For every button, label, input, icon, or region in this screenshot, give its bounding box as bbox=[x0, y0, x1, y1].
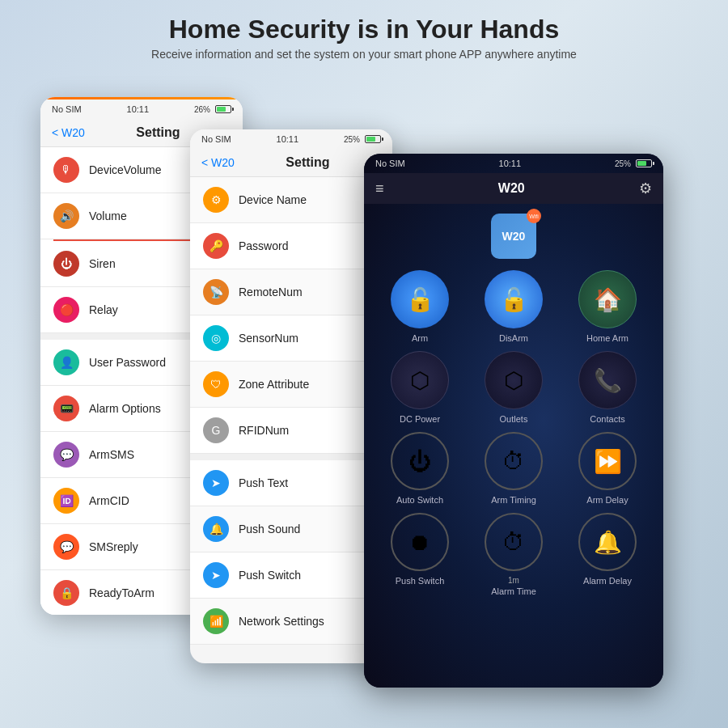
setting-label: Volume bbox=[89, 210, 127, 222]
page-subtitle: Receive information and set the system o… bbox=[0, 48, 728, 61]
phone2-sim: No SIM bbox=[201, 134, 231, 144]
app-grid: 🔓Arm🔓DisArm🏠Home Arm⬡DC Power⬡Outlets📞Co… bbox=[364, 264, 663, 603]
setting-icon: 📟 bbox=[53, 396, 79, 421]
list-item[interactable]: ⚙ Device Name bbox=[190, 177, 392, 223]
setting-label: Password bbox=[239, 239, 288, 252]
setting-icon: G bbox=[203, 417, 229, 443]
device-badge: W20 Wifi bbox=[364, 204, 663, 264]
app-button-alarm-delay[interactable]: 🔔 bbox=[578, 513, 637, 571]
list-item[interactable]: 📡 RemoteNum bbox=[190, 269, 392, 315]
setting-label: RFIDNum bbox=[239, 424, 289, 437]
setting-icon: 🔔 bbox=[203, 516, 229, 542]
setting-label: Alarm Options bbox=[89, 402, 161, 415]
phone2-nav: < W20 Setting bbox=[190, 149, 392, 177]
setting-icon: 🔊 bbox=[53, 203, 79, 229]
list-item[interactable]: 🔔 Push Sound bbox=[190, 506, 392, 552]
list-item[interactable]: 📶 Network Settings bbox=[190, 599, 392, 645]
setting-icon: ➤ bbox=[203, 470, 229, 496]
app-cell: ⏱Arm Timing bbox=[471, 432, 557, 505]
app-button-label: Alarm Time bbox=[491, 586, 536, 596]
app-button-label: Arm Delay bbox=[586, 495, 628, 505]
setting-icon: 🎙 bbox=[53, 157, 79, 183]
phone3-status-bar: No SIM 10:11 25% bbox=[364, 154, 663, 173]
phone2-battery-icon bbox=[365, 135, 381, 143]
setting-label: SMSreply bbox=[89, 540, 138, 553]
app-button-label: Home Arm bbox=[586, 333, 629, 343]
setting-icon: 🛡 bbox=[203, 371, 229, 397]
phone3-time: 10:11 bbox=[499, 159, 522, 168]
list-item[interactable]: G RFIDNum bbox=[190, 408, 392, 454]
setting-label: Network Settings bbox=[239, 615, 324, 628]
timing-label: 1m bbox=[508, 576, 519, 585]
app-cell: 🔓DisArm bbox=[471, 270, 557, 343]
list-item[interactable]: ➤ Push Switch bbox=[190, 552, 392, 599]
app-cell: ⏻Auto Switch bbox=[377, 432, 463, 505]
setting-label: ReadyToArm bbox=[89, 586, 154, 599]
phone1-status-right: 26% bbox=[194, 105, 231, 114]
setting-icon: 📶 bbox=[203, 608, 229, 634]
app-cell: 📞Contacts bbox=[565, 351, 650, 424]
phone1-battery-icon bbox=[215, 105, 231, 113]
app-button-contacts[interactable]: 📞 bbox=[578, 351, 637, 409]
list-item[interactable]: ➤ Push Text bbox=[190, 460, 392, 506]
app-button-dc-power[interactable]: ⬡ bbox=[391, 351, 449, 409]
phone2-status-bar: No SIM 10:11 25% bbox=[190, 129, 392, 149]
settings-icon[interactable]: ⚙ bbox=[639, 180, 652, 197]
setting-label: ArmCID bbox=[89, 494, 129, 507]
setting-label: Push Text bbox=[239, 476, 288, 489]
setting-icon: 🔴 bbox=[53, 297, 79, 323]
app-button-home-arm[interactable]: 🏠 bbox=[578, 270, 637, 328]
setting-label: SensorNum bbox=[239, 332, 298, 345]
setting-label: Push Sound bbox=[239, 523, 300, 535]
app-button-disarm[interactable]: 🔓 bbox=[485, 270, 543, 328]
app-cell: ⏺Push Switch bbox=[377, 513, 463, 596]
list-item[interactable]: 🛡 Zone Attribute bbox=[190, 362, 392, 408]
top-section: Home Security is in Your Hands Receive i… bbox=[0, 15, 728, 61]
setting-icon: ➤ bbox=[203, 562, 229, 588]
setting-icon: 🆔 bbox=[53, 488, 79, 514]
phone3-status-right: 25% bbox=[615, 159, 652, 168]
app-button-label: Alarm Delay bbox=[583, 576, 632, 586]
phone2-list: ⚙ Device Name 🔑 Password 📡 RemoteNum ◎ S… bbox=[190, 177, 392, 645]
phone2: No SIM 10:11 25% < W20 Setting ⚙ Device … bbox=[190, 129, 392, 663]
app-button-label: Contacts bbox=[590, 414, 624, 424]
app-cell: ⬡Outlets bbox=[471, 351, 557, 424]
setting-label: RemoteNum bbox=[239, 286, 303, 298]
phone2-nav-title: Setting bbox=[235, 155, 381, 170]
phone2-battery-pct: 25% bbox=[344, 135, 360, 144]
app-cell: ⏩Arm Delay bbox=[565, 432, 650, 505]
setting-label: Device Name bbox=[239, 193, 307, 206]
app-button-label: Arm Timing bbox=[491, 495, 536, 505]
app-cell: 🏠Home Arm bbox=[565, 270, 650, 343]
phone3: No SIM 10:11 25% ≡ W20 ⚙ W20 Wifi bbox=[364, 154, 663, 688]
phone1-back-button[interactable]: < W20 bbox=[52, 126, 85, 139]
setting-icon: ◎ bbox=[203, 325, 229, 351]
app-button-arm-delay[interactable]: ⏩ bbox=[578, 432, 637, 490]
phone2-time: 10:11 bbox=[277, 134, 299, 144]
app-button-auto-switch[interactable]: ⏻ bbox=[391, 432, 449, 490]
setting-icon: 🔒 bbox=[53, 580, 79, 606]
phone2-status-right: 25% bbox=[344, 135, 381, 144]
phone2-back-button[interactable]: < W20 bbox=[201, 156, 235, 169]
phones-area: No SIM 10:11 26% < W20 Setting 🎙 DeviceV… bbox=[32, 81, 696, 679]
app-button-arm-timing[interactable]: ⏱ bbox=[485, 432, 543, 490]
app-button-outlets[interactable]: ⬡ bbox=[485, 351, 543, 409]
app-button-arm[interactable]: 🔓 bbox=[391, 270, 449, 328]
setting-label: Push Switch bbox=[239, 569, 301, 582]
app-button-label: Auto Switch bbox=[396, 495, 443, 505]
page-title: Home Security is in Your Hands bbox=[0, 15, 728, 44]
setting-icon: 💬 bbox=[53, 534, 79, 560]
setting-icon: 🔑 bbox=[203, 233, 229, 259]
hamburger-icon[interactable]: ≡ bbox=[375, 180, 384, 197]
list-item[interactable]: ◎ SensorNum bbox=[190, 315, 392, 362]
setting-label: User Password bbox=[89, 356, 166, 369]
phone3-battery-icon bbox=[636, 159, 652, 167]
setting-icon: 📡 bbox=[203, 279, 229, 305]
setting-icon: 👤 bbox=[53, 349, 79, 375]
app-button-push-switch[interactable]: ⏺ bbox=[391, 513, 449, 571]
list-item[interactable]: 🔑 Password bbox=[190, 223, 392, 269]
app-button-alarm-time[interactable]: ⏱ bbox=[485, 513, 543, 571]
app-button-label: DisArm bbox=[499, 333, 528, 343]
phone3-battery-pct: 25% bbox=[615, 159, 631, 168]
wifi-badge: Wifi bbox=[527, 209, 541, 223]
